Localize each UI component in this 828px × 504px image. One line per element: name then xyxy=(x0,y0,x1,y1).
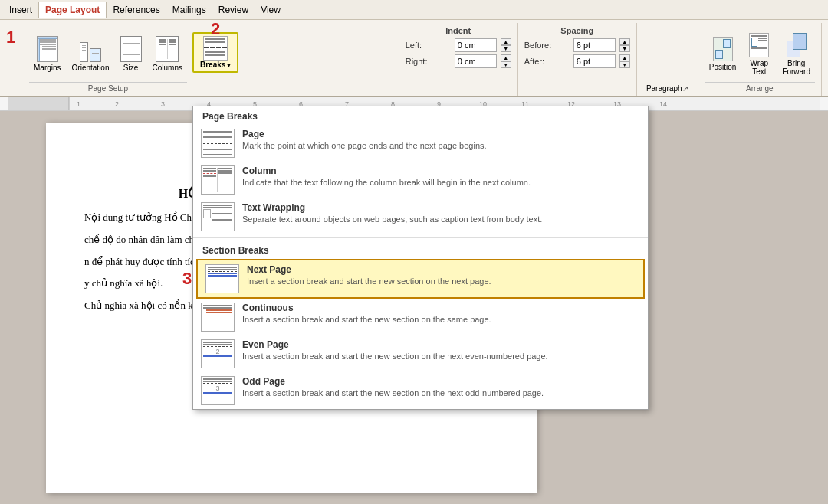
columns-button[interactable]: Columns xyxy=(148,33,187,75)
ribbon-spacer xyxy=(238,23,399,96)
indent-title: Indent xyxy=(445,26,471,35)
menu-insert[interactable]: Insert xyxy=(3,2,38,18)
spacing-group: Spacing Before: ▲ ▼ After: ▲ ▼ xyxy=(518,23,637,96)
break-continuous-icon xyxy=(201,303,235,332)
position-label: Position xyxy=(709,63,737,71)
breaks-dropdown: Page Breaks Page Mark the point at which… xyxy=(192,106,649,410)
wrap-text-label: Wrap Text xyxy=(750,59,768,76)
break-column-item[interactable]: Column Indicate that the text following … xyxy=(193,162,648,198)
paragraph-dialog-icon[interactable]: ↗ xyxy=(682,84,688,93)
indent-right-up[interactable]: ▲ xyxy=(501,54,511,61)
left-margin xyxy=(0,111,46,504)
breaks-icon xyxy=(203,36,228,61)
indent-right-input[interactable] xyxy=(455,54,497,68)
page-setup-group: Margins xyxy=(6,23,192,96)
badge-3: 3 xyxy=(182,269,192,289)
wrap-text-button[interactable]: Wrap Text xyxy=(744,30,774,79)
margins-label: Margins xyxy=(34,64,61,72)
break-odd-page-icon: 3 xyxy=(201,376,235,405)
spacing-before-input[interactable] xyxy=(573,38,616,52)
indent-right-down[interactable]: ▼ xyxy=(501,61,511,68)
size-icon xyxy=(120,36,142,62)
break-text-wrap-icon xyxy=(201,202,235,231)
break-even-page-item[interactable]: 2 Even Page Insert a section break and s… xyxy=(193,335,648,372)
break-odd-page-text: Odd Page Insert a section break and star… xyxy=(242,376,544,398)
spacing-before-spin[interactable]: ▲ ▼ xyxy=(619,38,630,52)
position-icon xyxy=(713,37,733,61)
break-continuous-item[interactable]: Continuous Insert a section break and st… xyxy=(193,299,648,335)
bring-forward-button[interactable]: Bring Forward xyxy=(777,30,815,79)
svg-text:1: 1 xyxy=(77,100,80,108)
indent-group: Indent Left: ▲ ▼ Right: ▲ ▼ xyxy=(399,23,518,96)
indent-right-spin[interactable]: ▲ ▼ xyxy=(501,54,511,68)
ribbon-content: 1 Mar xyxy=(0,20,828,97)
paragraph-group-label: Paragraph xyxy=(646,84,682,93)
spacing-title: Spacing xyxy=(560,26,593,35)
break-text-wrap-item[interactable]: Text Wrapping Separate text around objec… xyxy=(193,198,648,235)
orientation-button[interactable]: Orientation xyxy=(67,33,114,75)
columns-label: Columns xyxy=(153,64,182,72)
bring-forward-icon xyxy=(787,33,807,57)
arrange-group: Position W xyxy=(698,23,822,96)
ribbon: Insert Page Layout References Mailings R… xyxy=(0,0,828,97)
section-breaks-title: Section Breaks xyxy=(193,241,648,259)
menu-review[interactable]: Review xyxy=(212,2,255,18)
break-column-icon xyxy=(201,165,235,195)
svg-rect-1 xyxy=(8,97,69,110)
break-next-page-icon xyxy=(205,264,239,293)
bring-forward-label: Bring Forward xyxy=(782,59,810,76)
svg-text:14: 14 xyxy=(659,100,667,108)
break-even-page-icon: 2 xyxy=(201,339,235,368)
break-text-wrap-text: Text Wrapping Separate text around objec… xyxy=(242,202,542,224)
orientation-icon xyxy=(80,36,101,62)
wrap-text-icon xyxy=(749,33,769,57)
page-setup-label: Page Setup xyxy=(29,82,187,93)
svg-text:3: 3 xyxy=(161,100,165,108)
menu-bar: Insert Page Layout References Mailings R… xyxy=(0,0,828,20)
page-breaks-title: Page Breaks xyxy=(193,106,648,125)
break-even-page-text: Even Page Insert a section break and sta… xyxy=(242,339,548,362)
next-page-wrapper: 3 Next Page Insert a section break and s… xyxy=(196,259,645,299)
spacing-after-up[interactable]: ▲ xyxy=(619,54,630,61)
margins-button[interactable]: Margins xyxy=(29,33,66,75)
break-next-page-text: Next Page Insert a section break and sta… xyxy=(247,264,491,286)
spacing-after-spin[interactable]: ▲ ▼ xyxy=(619,54,630,68)
break-column-text: Column Indicate that the text following … xyxy=(242,165,531,188)
indent-left-input[interactable] xyxy=(455,38,497,52)
menu-view[interactable]: View xyxy=(255,2,287,18)
spacing-after-input[interactable] xyxy=(573,54,616,68)
break-next-page-item[interactable]: Next Page Insert a section break and sta… xyxy=(196,259,645,299)
break-continuous-text: Continuous Insert a section break and st… xyxy=(242,303,491,325)
size-button[interactable]: Size xyxy=(116,33,146,75)
badge-1: 1 xyxy=(6,28,15,47)
position-button[interactable]: Position xyxy=(705,34,741,74)
badge-2: 2 xyxy=(211,19,220,39)
columns-icon xyxy=(156,36,179,62)
margins-icon xyxy=(37,36,58,62)
spacing-before-label: Before: xyxy=(524,41,570,50)
indent-right-label: Right: xyxy=(406,57,452,66)
indent-left-label: Left: xyxy=(406,41,452,50)
menu-mailings[interactable]: Mailings xyxy=(166,2,212,18)
orientation-label: Orientation xyxy=(72,64,110,72)
indent-left-up[interactable]: ▲ xyxy=(501,38,511,45)
spacing-before-down[interactable]: ▼ xyxy=(619,45,630,52)
break-odd-page-item[interactable]: 3 Odd Page Insert a section break and st… xyxy=(193,372,648,409)
paragraph-group: Paragraph ↗ xyxy=(637,23,698,96)
menu-references[interactable]: References xyxy=(107,2,166,18)
arrange-label: Arrange xyxy=(705,82,815,93)
indent-left-spin[interactable]: ▲ ▼ xyxy=(501,38,511,52)
break-page-icon xyxy=(201,129,235,158)
spacing-before-up[interactable]: ▲ xyxy=(619,38,630,45)
spacing-after-label: After: xyxy=(524,57,570,66)
spacing-after-down[interactable]: ▼ xyxy=(619,61,630,68)
svg-text:2: 2 xyxy=(115,100,119,108)
break-page-item[interactable]: Page Mark the point at which one page en… xyxy=(193,125,648,162)
breaks-group: 2 Breaks ▾ xyxy=(192,23,238,96)
menu-page-layout[interactable]: Page Layout xyxy=(38,2,107,18)
indent-left-down[interactable]: ▼ xyxy=(501,45,511,52)
size-label: Size xyxy=(123,64,138,72)
section-divider xyxy=(193,237,648,238)
break-page-text: Page Mark the point at which one page en… xyxy=(242,129,487,151)
breaks-label: Breaks ▾ xyxy=(200,61,231,69)
